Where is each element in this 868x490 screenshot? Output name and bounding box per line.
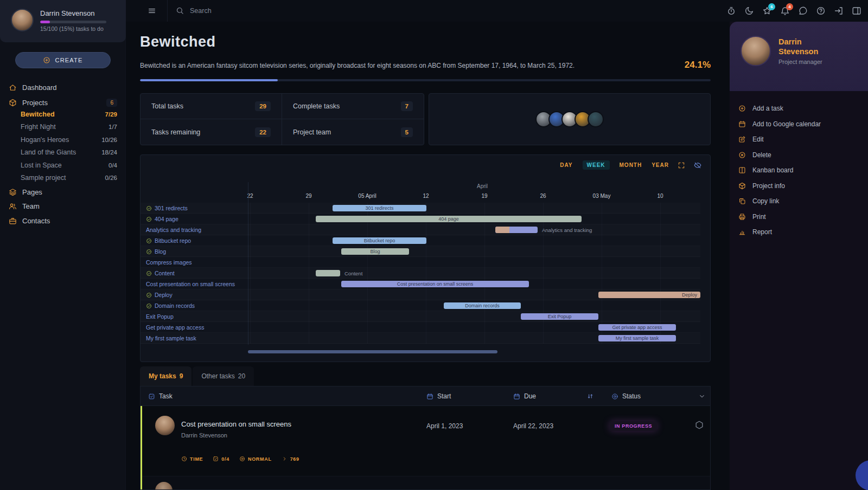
table-row[interactable]: Cost presentation on small screens Darri…	[142, 406, 710, 476]
eye-off-icon[interactable]	[694, 162, 701, 169]
action-report[interactable]: Report	[730, 224, 868, 240]
search-input[interactable]	[189, 0, 417, 22]
action-print[interactable]: Print	[730, 209, 868, 225]
report-icon	[738, 228, 746, 236]
gantt-bar[interactable]: My first sample task	[598, 335, 676, 341]
fullscreen-icon[interactable]	[678, 162, 685, 169]
user-card[interactable]: Darrin Stevenson 15/100 (15%) tasks to d…	[0, 0, 126, 42]
action-label: Project info	[752, 182, 785, 190]
timeline-tick: 03 May	[593, 193, 611, 199]
menu-icon[interactable]	[148, 7, 156, 15]
gantt-bar[interactable]	[316, 270, 340, 276]
printer-icon	[738, 213, 746, 221]
task-title[interactable]: Cost presentation on small screens	[181, 420, 291, 428]
users-icon	[9, 202, 17, 210]
sidebar-project-hogan-s-heroes[interactable]: Hogan's Heroes10/26	[0, 133, 126, 146]
gantt-task-name[interactable]: My first sample task	[146, 333, 196, 344]
meta-priority[interactable]: NORMAL	[239, 456, 272, 462]
meta-time[interactable]: TIME	[181, 456, 203, 462]
hexagon-icon[interactable]	[694, 420, 704, 430]
bell-icon[interactable]: 4	[780, 6, 790, 16]
stat-value: 7	[401, 101, 413, 111]
gantt-task-name[interactable]: Domain records	[146, 300, 195, 311]
sidebar-item-contacts[interactable]: Contacts	[0, 214, 126, 228]
status-icon	[611, 393, 618, 400]
tab-label: Other tasks	[201, 372, 234, 380]
team-avatar[interactable]	[588, 111, 604, 127]
gantt-range-year[interactable]: YEAR	[652, 162, 669, 168]
gantt-task-name[interactable]: Deploy	[146, 289, 173, 300]
gantt-bar[interactable]: Get private app access	[598, 324, 676, 331]
gantt-bar[interactable]: Domain records	[444, 302, 521, 309]
chevron-down-icon[interactable]	[698, 386, 706, 406]
gantt-task-name[interactable]: 301 redirects	[146, 203, 188, 214]
moon-icon[interactable]	[744, 6, 754, 16]
sidebar-project-land-of-the-giants[interactable]: Land of the Giants18/24	[0, 146, 126, 159]
action-kanban-board[interactable]: Kanban board	[730, 163, 868, 178]
gantt-bar[interactable]: 301 redirects	[333, 205, 426, 211]
tab-my-tasks[interactable]: My tasks9	[140, 366, 192, 386]
tab-other-tasks[interactable]: Other tasks20	[193, 366, 254, 386]
sort-icon[interactable]	[586, 386, 594, 406]
column-status[interactable]: Status	[611, 386, 641, 406]
help-icon[interactable]	[816, 6, 826, 16]
logout-icon	[834, 6, 844, 16]
create-button[interactable]: CREATE	[15, 52, 111, 68]
gantt-task-name[interactable]: Bitbucket repo	[146, 235, 191, 246]
gantt-task-name[interactable]: Compress images	[146, 257, 192, 268]
action-delete[interactable]: Delete	[730, 147, 868, 163]
gantt-task-name[interactable]: Exit Popup	[146, 311, 174, 322]
gantt-task-name[interactable]: 404 page	[146, 214, 178, 224]
gantt-bar[interactable]: 404 page	[316, 216, 582, 222]
action-project-info[interactable]: Project info	[730, 178, 868, 194]
gantt-range-day[interactable]: DAY	[560, 162, 572, 168]
gantt-bar[interactable]: Deploy	[598, 292, 700, 298]
left-sidebar: Darrin Stevenson 15/100 (15%) tasks to d…	[0, 0, 126, 490]
project-progress-fill	[140, 79, 278, 81]
gantt-task-name[interactable]: Content	[146, 268, 175, 279]
column-due[interactable]: Due	[513, 386, 536, 406]
meta-count[interactable]: 769	[282, 456, 299, 462]
project-actions-menu: Add a taskAdd to Google calendarEditDele…	[730, 101, 868, 240]
gantt-range-month[interactable]: MONTH	[620, 162, 642, 168]
sidebar-item-dashboard[interactable]: Dashboard	[0, 80, 126, 94]
timeline-month-label: April	[477, 183, 488, 189]
sidebar-project-fright-night[interactable]: Fright Night1/7	[0, 121, 126, 134]
chat-icon[interactable]	[798, 6, 808, 16]
column-start[interactable]: Start	[426, 386, 451, 406]
sidebar-item-pages[interactable]: Pages	[0, 185, 126, 199]
column-task[interactable]: Task	[148, 386, 173, 406]
project-count: 0/26	[105, 175, 117, 181]
star-icon[interactable]: 6	[762, 6, 772, 16]
panel-icon[interactable]	[852, 6, 861, 16]
sidebar-project-lost-in-space[interactable]: Lost in Space0/4	[0, 159, 126, 172]
gantt-bar[interactable]: Cost presentation on small screens	[341, 281, 529, 287]
sidebar-item-team[interactable]: Team	[0, 199, 126, 213]
meta-checklist[interactable]: 0/4	[213, 456, 229, 462]
timer-icon[interactable]	[726, 6, 736, 16]
logout-icon[interactable]	[834, 6, 844, 16]
project-name: Hogan's Heroes	[21, 136, 69, 144]
table-row-partial[interactable]	[142, 476, 710, 490]
gantt-bar[interactable]	[495, 227, 538, 233]
action-add-a-task[interactable]: Add a task	[730, 101, 868, 117]
gantt-bar-label: Deploy	[682, 292, 697, 298]
gantt-task-name[interactable]: Blog	[146, 246, 166, 257]
gantt-bar[interactable]: Exit Popup	[521, 313, 598, 320]
gantt-range-week[interactable]: WEEK	[583, 160, 610, 170]
project-name: Fright Night	[21, 123, 56, 131]
gantt-scrollbar[interactable]	[248, 350, 497, 353]
action-add-to-google-calendar[interactable]: Add to Google calendar	[730, 117, 868, 132]
gantt-bar[interactable]: Bitbucket repo	[333, 237, 426, 244]
status-badge[interactable]: IN PROGRESS	[610, 421, 657, 431]
gantt-task-name[interactable]: Cost presentation on small screens	[146, 279, 235, 289]
sidebar-project-sample-project[interactable]: Sample project0/26	[0, 172, 126, 185]
gantt-task-name[interactable]: Analytics and tracking	[146, 224, 201, 235]
task-assignee: Darrin Stevenson	[181, 432, 227, 439]
sidebar-project-bewitched[interactable]: Bewitched7/29	[0, 108, 126, 121]
column-label: Status	[622, 392, 641, 400]
action-edit[interactable]: Edit	[730, 132, 868, 147]
action-copy-link[interactable]: Copy link	[730, 194, 868, 209]
gantt-bar[interactable]: Blog	[341, 248, 409, 255]
gantt-task-name[interactable]: Get private app access	[146, 322, 204, 333]
